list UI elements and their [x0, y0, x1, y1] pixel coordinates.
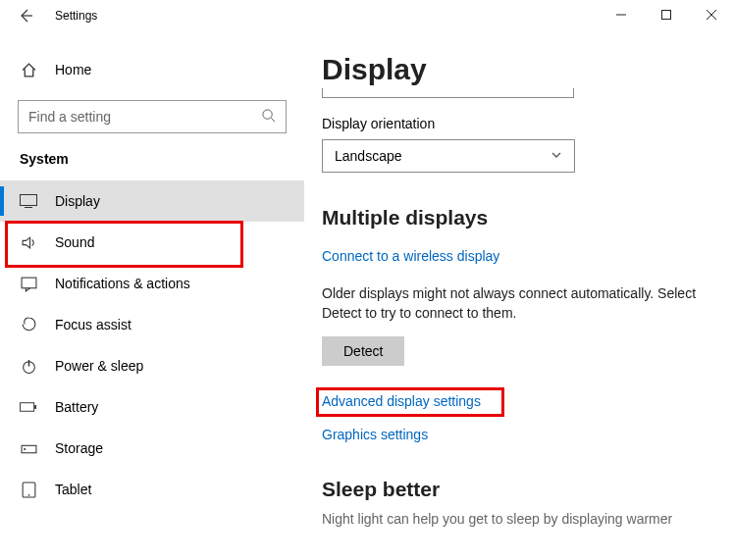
- svg-point-16: [27, 493, 29, 495]
- detect-info-text: Older displays might not always connect …: [322, 283, 707, 323]
- tablet-icon: [20, 481, 37, 498]
- sidebar-item-focus-assist[interactable]: Focus assist: [0, 304, 304, 345]
- close-button[interactable]: [689, 0, 734, 29]
- sidebar-item-battery[interactable]: Battery: [0, 386, 304, 428]
- focus-assist-icon: [20, 316, 37, 333]
- search-input[interactable]: Find a setting: [18, 100, 287, 133]
- graphics-settings-link[interactable]: Graphics settings: [322, 427, 707, 442]
- sidebar-section-label: System: [0, 151, 304, 180]
- battery-icon: [20, 398, 37, 416]
- diagram-bracket: [322, 88, 574, 98]
- search-placeholder: Find a setting: [28, 109, 111, 125]
- sidebar-item-display[interactable]: Display: [0, 180, 304, 222]
- sidebar: Home Find a setting System Display Sound: [0, 31, 304, 560]
- home-label: Home: [55, 62, 91, 77]
- sidebar-item-storage[interactable]: Storage: [0, 428, 304, 469]
- home-icon: [20, 61, 37, 78]
- page-title: Display: [322, 53, 707, 86]
- nav-label: Display: [55, 193, 100, 209]
- search-icon: [261, 108, 276, 126]
- svg-rect-12: [34, 405, 36, 409]
- sidebar-item-sound[interactable]: Sound: [0, 222, 304, 263]
- multiple-displays-header: Multiple displays: [322, 206, 707, 229]
- detect-button[interactable]: Detect: [322, 336, 404, 366]
- back-button[interactable]: [6, 0, 45, 31]
- svg-rect-11: [20, 403, 33, 412]
- svg-rect-1: [662, 11, 671, 20]
- sleep-better-header: Sleep better: [322, 478, 707, 501]
- sidebar-item-power-sleep[interactable]: Power & sleep: [0, 345, 304, 386]
- display-icon: [20, 192, 37, 210]
- sleep-text: Night light can help you get to sleep by…: [322, 511, 707, 527]
- power-icon: [20, 357, 37, 375]
- sound-icon: [20, 233, 37, 251]
- sidebar-item-tablet[interactable]: Tablet: [0, 469, 304, 510]
- svg-point-14: [24, 447, 26, 449]
- nav-label: Focus assist: [55, 317, 131, 332]
- dropdown-value: Landscape: [335, 148, 402, 164]
- minimize-button[interactable]: [599, 0, 644, 29]
- chevron-down-icon: [550, 148, 562, 164]
- sidebar-item-home[interactable]: Home: [0, 53, 304, 86]
- wireless-display-link[interactable]: Connect to a wireless display: [322, 248, 499, 264]
- maximize-button[interactable]: [644, 0, 689, 29]
- orientation-label: Display orientation: [322, 116, 707, 131]
- main-content: Display Display orientation Landscape Mu…: [304, 31, 734, 560]
- svg-rect-8: [22, 278, 36, 288]
- svg-rect-6: [21, 195, 37, 206]
- nav-label: Battery: [55, 399, 98, 415]
- svg-point-4: [263, 110, 272, 119]
- notifications-icon: [20, 275, 37, 292]
- svg-line-5: [271, 118, 275, 122]
- nav-label: Sound: [55, 234, 94, 250]
- nav-label: Tablet: [55, 482, 91, 497]
- orientation-dropdown[interactable]: Landscape: [322, 139, 575, 173]
- app-title: Settings: [45, 9, 97, 23]
- storage-icon: [20, 439, 37, 457]
- advanced-display-link[interactable]: Advanced display settings: [322, 393, 707, 409]
- nav-label: Storage: [55, 440, 103, 456]
- sidebar-item-notifications[interactable]: Notifications & actions: [0, 263, 304, 304]
- nav-label: Power & sleep: [55, 358, 143, 374]
- nav-label: Notifications & actions: [55, 276, 190, 291]
